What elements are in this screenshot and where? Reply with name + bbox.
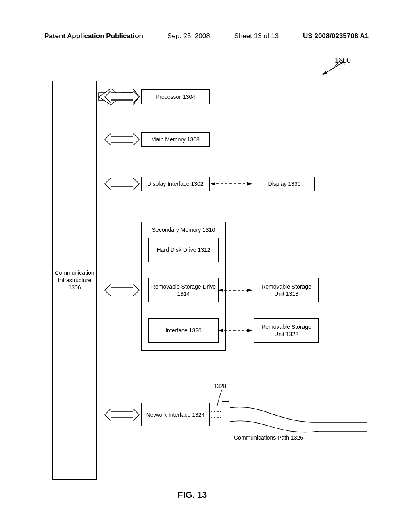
publication-label: Patent Application Publication [44, 32, 143, 40]
hard-disk-drive-label: Hard Disk Drive 1312 [156, 246, 210, 254]
reference-1328: 1328 [214, 383, 226, 389]
interface-1320-label: Interface 1320 [165, 327, 202, 334]
communication-infrastructure-label: Communication Infrastructure 1306 [54, 269, 95, 291]
interface-1320-box: Interface 1320 [148, 318, 219, 343]
secondary-memory-label: Secondary Memory 1310 [142, 226, 225, 233]
main-memory-box: Main Memory 1308 [141, 132, 210, 147]
figure-label: FIG. 13 [177, 490, 207, 500]
display-box: Display 1330 [254, 177, 315, 191]
communication-infrastructure-box: Communication Infrastructure 1306 [52, 81, 97, 480]
processor-box: Processor 1304 [141, 89, 210, 104]
hard-disk-drive-box: Hard Disk Drive 1312 [148, 238, 219, 262]
network-port-box [222, 401, 229, 428]
removable-storage-unit-1318-label: Removable Storage Unit 1318 [256, 283, 317, 297]
display-label: Display 1330 [268, 180, 301, 187]
removable-storage-unit-1322-label: Removable Storage Unit 1322 [256, 323, 317, 338]
communications-path-label: Communications Path 1326 [234, 434, 303, 441]
document-number: US 2008/0235708 A1 [303, 32, 369, 40]
removable-storage-drive-label: Removable Storage Drive 1314 [150, 283, 217, 297]
removable-storage-unit-1322-box: Removable Storage Unit 1322 [254, 318, 319, 343]
display-interface-box: Display Interface 1302 [141, 177, 210, 191]
network-interface-box: Network Interface 1324 [141, 403, 210, 426]
display-interface-label: Display Interface 1302 [147, 180, 203, 187]
removable-storage-unit-1318-box: Removable Storage Unit 1318 [254, 278, 319, 302]
sheet-number: Sheet 13 of 13 [234, 32, 279, 40]
removable-storage-drive-box: Removable Storage Drive 1314 [148, 278, 219, 302]
main-memory-label: Main Memory 1308 [151, 136, 200, 143]
processor-label: Processor 1304 [156, 93, 195, 100]
network-interface-label: Network Interface 1324 [146, 411, 205, 418]
reference-1300: 1300 [335, 56, 351, 65]
publication-date: Sep. 25, 2008 [167, 32, 210, 40]
computer-system-diagram: 1300 Communication Infrastructure 1306 P… [52, 52, 367, 480]
page-header: Patent Application Publication Sep. 25, … [0, 32, 413, 40]
